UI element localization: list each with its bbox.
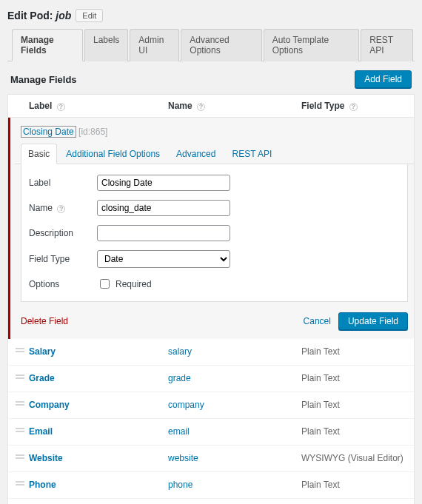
- help-icon[interactable]: ?: [57, 103, 65, 111]
- drag-handle-icon[interactable]: [16, 373, 24, 382]
- field-type-select[interactable]: Date: [97, 250, 230, 268]
- drag-handle-icon[interactable]: [16, 480, 24, 488]
- editor-form: Label Name ? Description Field Type: [21, 164, 408, 302]
- help-icon[interactable]: ?: [349, 103, 358, 111]
- drag-handle-icon[interactable]: [16, 453, 24, 462]
- field-type-value: Plain Text: [301, 400, 406, 410]
- required-checkbox[interactable]: [100, 279, 110, 289]
- drag-handle-icon[interactable]: [16, 400, 24, 409]
- help-icon[interactable]: ?: [57, 205, 65, 213]
- table-row: WebsiteEdit | Duplicate | DeletewebsiteW…: [8, 446, 414, 472]
- editor-tab-advanced[interactable]: Advanced: [169, 144, 223, 164]
- page-title-prefix: Edit Pod:: [7, 10, 53, 21]
- table-row: Job DescriptionEdit | Duplicate | Delete…: [8, 499, 414, 504]
- field-label-link[interactable]: Salary: [29, 346, 56, 357]
- table-row: SalaryEdit | Duplicate | DeletesalaryPla…: [8, 339, 414, 366]
- editor-field-title[interactable]: Closing Date: [21, 126, 76, 138]
- editor-id-value: 865: [90, 127, 105, 137]
- field-label-link[interactable]: Website: [29, 453, 63, 463]
- page-title-name: job: [56, 10, 71, 21]
- description-input[interactable]: [97, 225, 230, 241]
- field-type-value: Plain Text: [301, 426, 406, 437]
- tab-labels[interactable]: Labels: [84, 29, 128, 61]
- field-type-value: Plain Text: [301, 480, 406, 490]
- field-label-link[interactable]: Phone: [29, 480, 56, 490]
- drag-handle-icon[interactable]: [16, 346, 24, 355]
- name-input[interactable]: [97, 200, 230, 216]
- required-label: Required: [115, 279, 152, 289]
- page-title: Edit Pod: job: [7, 10, 71, 21]
- field-name-value: company: [168, 400, 301, 410]
- editor-inner-tabs: BasicAdditional Field OptionsAdvancedRES…: [15, 143, 414, 164]
- fields-table: Label ? Name ? Field Type ? Closing Date…: [7, 94, 415, 504]
- table-header: Label ? Name ? Field Type ?: [8, 95, 414, 118]
- page-title-bar: Edit Pod: job Edit: [7, 6, 415, 28]
- section-heading: Manage Fields: [10, 74, 77, 85]
- description-label: Description: [29, 228, 97, 238]
- tab-admin-ui[interactable]: Admin UI: [130, 29, 179, 61]
- tab-auto-template-options[interactable]: Auto Template Options: [264, 29, 359, 61]
- editor-id-suffix: ]: [105, 127, 107, 137]
- table-row: EmailEdit | Duplicate | DeleteemailPlain…: [8, 419, 414, 446]
- field-label-link[interactable]: Company: [29, 400, 70, 410]
- field-label-link[interactable]: Grade: [29, 373, 55, 383]
- field-editor: Closing Date [id:865] BasicAdditional Fi…: [8, 118, 414, 339]
- field-name-value: grade: [168, 373, 301, 383]
- name-label: Name: [29, 203, 53, 213]
- field-name-value: website: [168, 453, 301, 463]
- table-row: PhoneEdit | Duplicate | DeletephonePlain…: [8, 472, 414, 499]
- label-label: Label: [29, 178, 97, 188]
- main-tabs: Manage FieldsLabelsAdmin UIAdvanced Opti…: [7, 28, 415, 61]
- table-row: CompanyEdit | Duplicate | DeletecompanyP…: [8, 392, 414, 419]
- field-name-value: phone: [168, 480, 301, 490]
- tab-manage-fields[interactable]: Manage Fields: [12, 29, 83, 61]
- editor-tab-additional-field-options[interactable]: Additional Field Options: [58, 144, 167, 164]
- cancel-link[interactable]: Cancel: [304, 316, 331, 326]
- col-name-heading: Name: [168, 101, 192, 111]
- editor-id-prefix: [id:: [78, 127, 90, 137]
- editor-tab-basic[interactable]: Basic: [21, 144, 57, 164]
- editor-tab-rest-api[interactable]: REST API: [224, 144, 279, 164]
- col-type-heading: Field Type: [301, 101, 344, 111]
- field-type-value: Plain Text: [301, 373, 406, 383]
- field-type-label: Field Type: [29, 254, 97, 264]
- field-type-value: Plain Text: [301, 346, 406, 357]
- tab-advanced-options[interactable]: Advanced Options: [181, 29, 261, 61]
- field-type-value: WYSIWYG (Visual Editor): [301, 453, 406, 463]
- delete-field-link[interactable]: Delete Field: [21, 316, 68, 326]
- table-row: GradeEdit | Duplicate | DeletegradePlain…: [8, 366, 414, 392]
- add-field-button-top[interactable]: Add Field: [355, 70, 412, 88]
- options-label: Options: [29, 279, 97, 289]
- update-field-button[interactable]: Update Field: [338, 312, 408, 330]
- col-label-heading: Label: [29, 101, 52, 111]
- label-input[interactable]: [97, 175, 230, 191]
- edit-pod-name-button[interactable]: Edit: [76, 9, 103, 22]
- field-name-value: email: [168, 426, 301, 437]
- field-label-link[interactable]: Email: [29, 426, 53, 437]
- tab-rest-api[interactable]: REST API: [361, 29, 413, 61]
- field-name-value: salary: [168, 346, 301, 357]
- drag-handle-icon[interactable]: [16, 426, 24, 435]
- help-icon[interactable]: ?: [197, 103, 205, 111]
